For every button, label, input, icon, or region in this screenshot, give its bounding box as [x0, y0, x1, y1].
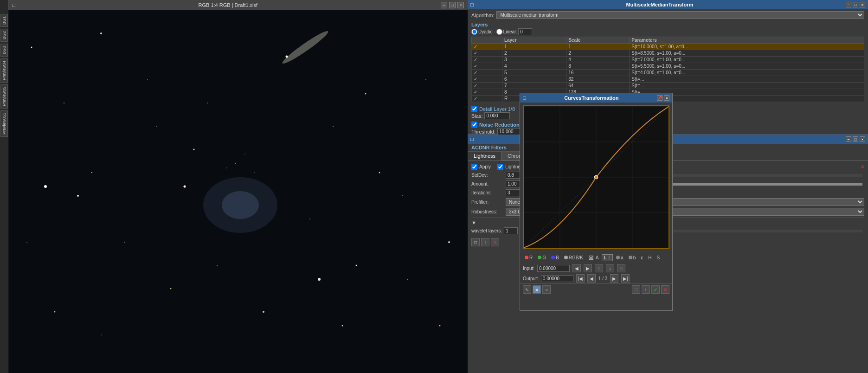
input-left-btn[interactable]: ◀ [572, 264, 581, 272]
close-icon[interactable]: ✕ [861, 164, 864, 169]
output-prev-btn[interactable]: ◀ [587, 274, 596, 283]
input-down-btn[interactable]: ↓ [606, 264, 614, 272]
minimize-button[interactable]: − [441, 2, 447, 8]
curves-save-btn[interactable]: □ [632, 285, 640, 294]
channel-r-btn[interactable]: R [523, 254, 534, 261]
curves-square-btn[interactable]: ■ [533, 285, 541, 294]
input-field[interactable] [537, 265, 570, 272]
acdnr-close-btn2[interactable]: ✕ [491, 238, 499, 246]
curves-pin-btn[interactable]: 📌 [657, 95, 662, 101]
output-last-btn[interactable]: ▶| [621, 274, 630, 283]
row-params: S(t=7.0000, s=1.00, a=0... [630, 57, 864, 63]
input-right-btn[interactable]: ▶ [584, 264, 592, 272]
svg-point-21 [448, 241, 450, 243]
linear-radio[interactable] [496, 29, 502, 35]
mmt-close-btn[interactable]: × [860, 2, 865, 7]
acdnr-load-btn[interactable]: ↑ [481, 238, 489, 246]
linear-value-input[interactable] [518, 28, 532, 35]
row-scale: 2 [566, 50, 630, 57]
detail-layer-checkbox[interactable] [471, 106, 477, 112]
dyadic-option[interactable]: Dyadic [471, 29, 493, 35]
curves-circle-btn[interactable]: ○ [542, 285, 551, 294]
curves-load-btn[interactable]: ↑ [642, 285, 650, 294]
svg-point-14 [124, 242, 125, 243]
acdnr-save-btn[interactable]: □ [471, 238, 480, 246]
output-field[interactable] [541, 275, 573, 282]
svg-point-35 [26, 242, 27, 243]
channel-a2-btn[interactable]: a [614, 254, 625, 261]
svg-point-34 [439, 325, 441, 327]
table-row[interactable]: ✓ 4 8 S(t=5.5000, s=1.00, a=0... [472, 63, 864, 70]
curves-title-controls: 📌 × [657, 95, 669, 101]
maximize-button[interactable]: □ [449, 2, 456, 8]
bias-input[interactable] [484, 112, 510, 119]
channel-a-btn[interactable]: ⊠ A [586, 253, 601, 262]
sidebar-tab-bg2[interactable]: BG2 [0, 29, 8, 42]
svg-point-26 [184, 186, 186, 188]
table-row[interactable]: ✓ 3 4 S(t=7.0000, s=1.00, a=0... [472, 57, 864, 63]
table-row[interactable]: ✓ 1 1 S(t=10.0000, s=1.00, a=0... [472, 44, 864, 50]
curves-close-btn[interactable]: × [664, 95, 669, 101]
sidebar-tab-preview04[interactable]: Preview04 [0, 58, 8, 83]
apply-checkbox[interactable] [471, 164, 477, 170]
dyadic-radio[interactable] [471, 29, 477, 35]
sidebar-tab-bg3[interactable]: BG3 [0, 44, 8, 57]
col-check [472, 37, 502, 44]
wavelet-layers-input[interactable] [504, 227, 518, 234]
row-scale: 16 [566, 70, 630, 76]
input-delete-btn[interactable]: ✕ [617, 264, 625, 272]
row-scale: 4 [566, 57, 630, 63]
sidebar-tab-preview05[interactable]: Preview05 [0, 84, 8, 109]
table-row[interactable]: ✓ 2 2 S(t=8.5000, s=1.00, a=0... [472, 50, 864, 57]
close-button[interactable]: × [457, 2, 464, 8]
output-first-btn[interactable]: |◀ [576, 274, 585, 283]
acdnr-close-btn[interactable]: × [860, 136, 865, 142]
channel-l-icon: L [604, 255, 606, 260]
channel-c-btn[interactable]: c [639, 254, 645, 261]
channel-b-btn[interactable]: B [549, 254, 561, 261]
sidebar-tab-bg1[interactable]: BG1 [0, 14, 8, 27]
svg-point-27 [235, 163, 236, 164]
svg-point-4 [31, 47, 32, 48]
svg-point-10 [333, 126, 334, 127]
curves-right-tools: □ ↑ ✓ ✕ [632, 285, 669, 294]
input-up-btn[interactable]: ↑ [595, 264, 603, 272]
expand-icon[interactable]: ▼ [471, 220, 476, 225]
acdnr-maximize-btn[interactable]: □ [853, 136, 858, 142]
channel-b2-btn[interactable]: b [627, 254, 638, 261]
channel-s-btn[interactable]: S [655, 254, 662, 261]
bias-label: Bias: [471, 113, 482, 119]
layers-table: Layer Scale Parameters ✓ 1 1 S(t=10.0000… [471, 37, 864, 102]
channel-h-btn[interactable]: H [646, 254, 653, 261]
tab-lightness[interactable]: Lightness [468, 151, 502, 161]
channel-g-btn[interactable]: G [536, 254, 548, 261]
mmt-minimize-btn[interactable]: − [846, 2, 851, 7]
linear-option[interactable]: Linear: [496, 28, 533, 35]
output-next-btn[interactable]: ▶ [610, 274, 618, 283]
table-row[interactable]: ✓ 5 16 S(t=4.0000, s=1.00, a=0... [472, 70, 864, 76]
curves-canvas[interactable] [523, 105, 669, 249]
table-row[interactable]: ✓ 6 32 S(t=... [472, 76, 864, 83]
col-layer: Layer [502, 37, 566, 44]
channel-l-btn[interactable]: L L [602, 254, 613, 261]
algorithm-dropdown[interactable]: Multiscale median transform [496, 11, 864, 19]
mmt-maximize-btn[interactable]: □ [853, 2, 858, 7]
svg-point-5 [64, 103, 64, 103]
threshold-input[interactable] [497, 128, 523, 135]
lightness-mask-checkbox[interactable] [497, 164, 503, 170]
table-row[interactable]: ✓ 7 64 S(t=... [472, 83, 864, 89]
layers-section: Layers Dyadic Linear: Layer Scale [468, 21, 868, 103]
row-scale: 1 [566, 44, 630, 50]
sidebar-tab-preview051[interactable]: Preview051 [0, 110, 8, 137]
curves-apply-btn[interactable]: ✓ [651, 285, 660, 294]
acdnr-minimize-btn[interactable]: − [846, 136, 851, 142]
curves-pointer-btn[interactable]: ↖ [523, 285, 531, 294]
curves-cancel-btn[interactable]: ✕ [661, 285, 669, 294]
svg-point-30 [226, 167, 227, 168]
row-check: ✓ [472, 44, 502, 50]
main-title-icon: □ [12, 2, 15, 8]
channel-rgbk-btn[interactable]: RGB/K [562, 254, 585, 261]
main-title-controls: − □ × [441, 2, 464, 8]
acdnr-title-controls: − □ × [846, 136, 865, 142]
noise-reduction-checkbox[interactable] [471, 122, 477, 128]
